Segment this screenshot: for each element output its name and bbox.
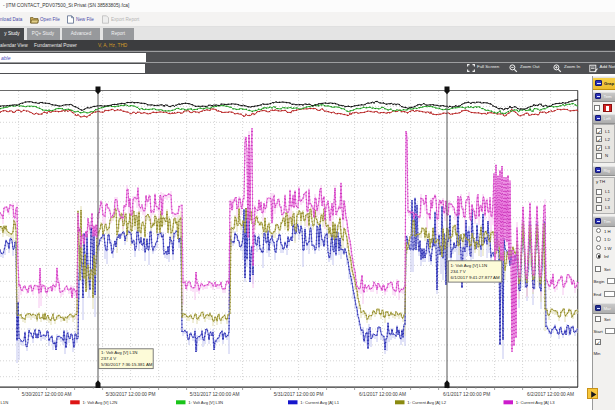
svg-text:5/31/2017 12:00:00 AM: 5/31/2017 12:00:00 AM (190, 392, 240, 397)
svg-text:1: Current Avg [A] L2: 1: Current Avg [A] L2 (407, 400, 446, 405)
svg-text:5/30/2017 12:00:00 PM: 5/30/2017 12:00:00 PM (106, 392, 156, 397)
svg-text:5/30/2017 12:00:00 AM: 5/30/2017 12:00:00 AM (22, 392, 72, 397)
svg-text:1: Volt Avg [V] L1N: 1: Volt Avg [V] L1N (101, 350, 138, 355)
svg-text:1: Volt Avg [V] L2N: 1: Volt Avg [V] L2N (83, 400, 118, 405)
svg-text:1: Volt Avg [V] L3N: 1: Volt Avg [V] L3N (188, 400, 223, 405)
svg-text:6/2/2017 12:00:00 AM: 6/2/2017 12:00:00 AM (527, 392, 574, 397)
svg-text:237.4 V: 237.4 V (101, 356, 116, 361)
svg-text:1: Current Avg [A] L1: 1: Current Avg [A] L1 (300, 400, 339, 405)
svg-text:1: Volt Avg [V] L1N: 1: Volt Avg [V] L1N (451, 263, 488, 268)
svg-text:L1N: L1N (1, 400, 9, 405)
svg-text:6/1/2017 12:00:00 AM: 6/1/2017 12:00:00 AM (359, 392, 406, 397)
svg-text:6/1/2017 9:41:27.877 AM: 6/1/2017 9:41:27.877 AM (451, 275, 500, 280)
svg-text:6/1/2017 12:00:00 PM: 6/1/2017 12:00:00 PM (443, 392, 490, 397)
svg-text:5/31/2017 12:00:00 PM: 5/31/2017 12:00:00 PM (274, 392, 324, 397)
svg-text:1: Current Avg [A] L3: 1: Current Avg [A] L3 (516, 400, 555, 405)
svg-text:5/30/2017 7:36:15.381 AM: 5/30/2017 7:36:15.381 AM (101, 362, 153, 367)
svg-text:234.7 V: 234.7 V (451, 269, 466, 274)
